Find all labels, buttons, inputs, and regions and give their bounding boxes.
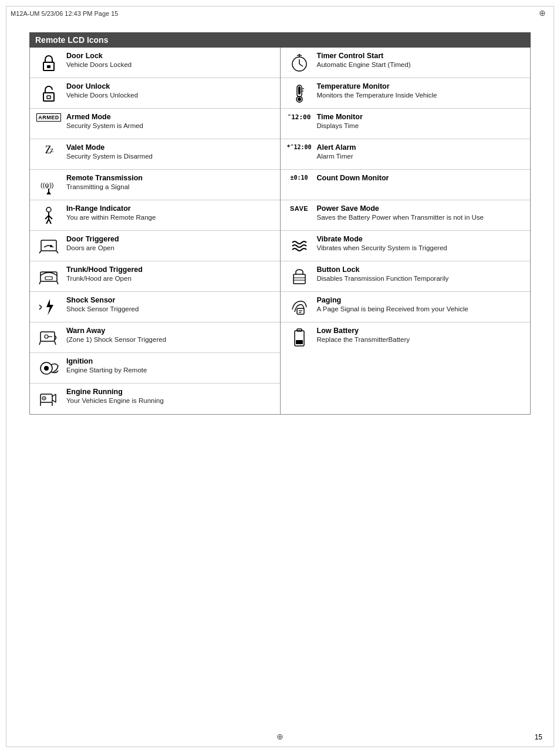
countdown-title: Count Down Monitor [317,173,526,183]
armed-mode-desc: Security System is Armed [66,122,275,130]
svg-line-18 [39,281,41,284]
timer-control-text: Timer Control Start Automatic Engine Sta… [315,51,526,69]
svg-point-16 [50,245,52,247]
svg-rect-20 [45,277,52,280]
alert-alarm-text: Alert Alarm Alarm Timer [315,143,526,161]
list-item: Trunk/Hood Triggered Trunk/Hood are Open [30,261,280,292]
svg-line-25 [55,341,56,345]
page-number: 15 [535,733,542,741]
list-item: Temperature Monitor Monitors the Tempera… [281,78,531,109]
header-text: M12A-UM 5/23/06 12:43 PM Page 15 [11,10,118,17]
trunk-triggered-desc: Trunk/Hood are Open [66,274,275,283]
svg-rect-46 [294,274,305,284]
engine-running-desc: Your Vehicles Engine is Running [66,396,275,405]
svg-marker-6 [46,191,51,194]
trunk-triggered-icon [33,265,64,287]
svg-line-32 [52,400,56,402]
paging-text: Paging A Page Signal is being Received f… [315,295,526,314]
remote-transmission-icon: ((ψ)) [33,173,64,196]
door-lock-desc: Vehicle Doors Locked [66,60,275,69]
svg-point-29 [44,366,49,371]
door-triggered-icon [33,234,64,257]
shock-sensor-title: Shock Sensor [66,295,275,305]
temperature-monitor-text: Temperature Monitor Monitors the Tempera… [315,82,526,100]
svg-rect-3 [47,96,50,99]
header-left: M12A-UM 5/23/06 12:43 PM Page 15 [11,10,118,17]
valet-mode-desc: Security System is Disarmed [66,152,275,161]
engine-running-icon [33,387,64,409]
svg-point-43 [298,98,301,101]
remote-transmission-title: Remote Transmission [66,173,275,183]
button-lock-icon [284,265,315,287]
list-item: Low Battery Replace the TransmitterBatte… [281,322,531,353]
remote-transmission-text: Remote Transmission Transmitting a Signa… [64,173,275,191]
svg-line-22 [39,307,42,310]
ignition-icon [33,357,64,379]
low-battery-title: Low Battery [317,326,526,335]
list-item: Ignition Engine Starting by Remote [30,353,280,384]
list-item: Timer Control Start Automatic Engine Sta… [281,48,531,78]
engine-running-text: Engine Running Your Vehicles Engine is R… [64,387,275,405]
ignition-title: Ignition [66,357,275,366]
header-bar: M12A-UM 5/23/06 12:43 PM Page 15 [11,8,549,19]
list-item: ±0:10 Count Down Monitor [281,170,531,200]
power-save-desc: Saves the Battery Power when Transmitter… [317,213,526,222]
power-save-text: Power Save Mode Saves the Battery Power … [315,204,526,222]
armed-label: ARMED [36,113,61,122]
alert-alarm-display: *″12:00 [286,144,311,150]
door-triggered-text: Door Triggered Doors are Open [64,234,275,253]
countdown-icon: ±0:10 [284,173,315,181]
svg-line-12 [49,219,51,224]
remote-transmission-desc: Transmitting a Signal [66,183,275,191]
list-item: Vibrate Mode Vibrates when Security Syst… [281,231,531,261]
svg-rect-1 [47,65,50,68]
svg-point-7 [46,207,51,212]
main-content: Remote LCD Icons Door Lock Vehicle Doors… [29,32,531,415]
in-range-title: In-Range Indicator [66,204,275,213]
valet-mode-title: Valet Mode [66,143,275,152]
ignition-text: Ignition Engine Starting by Remote [64,357,275,375]
list-item: Paging A Page Signal is being Received f… [281,292,531,322]
svg-rect-49 [297,308,304,314]
power-save-icon: SAVE [284,204,315,212]
alert-alarm-desc: Alarm Timer [317,152,526,161]
svg-rect-2 [43,93,54,101]
countdown-text: Count Down Monitor [315,173,526,183]
shock-sensor-text: Shock Sensor Shock Sensor Triggered [64,295,275,314]
left-column: Door Lock Vehicle Doors Locked Door Unlo… [30,48,281,414]
list-item: Zz Valet Mode Security System is Disarme… [30,139,280,170]
section-title: Remote LCD Icons [29,32,531,48]
door-unlock-desc: Vehicle Doors Unlocked [66,91,275,100]
svg-text:((ψ)): ((ψ)) [41,181,54,189]
armed-mode-text: Armed Mode Security System is Armed [64,112,275,130]
door-unlock-icon [33,82,64,104]
svg-line-14 [39,251,41,253]
timer-control-title: Timer Control Start [317,51,526,60]
list-item: ARMED Armed Mode Security System is Arme… [30,109,280,139]
svg-rect-41 [298,86,301,95]
valet-mode-text: Valet Mode Security System is Disarmed [64,143,275,161]
countdown-display: ±0:10 [290,174,308,181]
power-save-title: Power Save Mode [317,204,526,213]
alert-alarm-icon: *″12:00 [284,143,315,150]
warn-away-title: Warn Away [66,326,275,335]
armed-mode-title: Armed Mode [66,112,275,122]
in-range-desc: You are within Remote Range [66,213,275,222]
timer-control-desc: Automatic Engine Start (Timed) [317,60,526,69]
list-item: Warn Away (Zone 1) Shock Sensor Triggere… [30,322,280,353]
list-item: Shock Sensor Shock Sensor Triggered [30,292,280,322]
list-item: Door Unlock Vehicle Doors Unlocked [30,78,280,109]
icons-table: Door Lock Vehicle Doors Locked Door Unlo… [29,48,531,415]
svg-point-35 [43,398,45,399]
svg-line-24 [39,341,41,345]
engine-running-title: Engine Running [66,387,275,396]
list-item: Engine Running Your Vehicles Engine is R… [30,384,280,414]
paging-title: Paging [317,295,526,305]
list-item: Button Lock Disables Transmission Functi… [281,261,531,292]
svg-point-26 [45,335,48,338]
door-triggered-title: Door Triggered [66,234,275,244]
time-monitor-text: Time Monitor Displays Time [315,112,526,130]
time-monitor-icon: ″12:00 [284,112,315,121]
valet-mode-icon: Zz [33,143,64,156]
time-monitor-title: Time Monitor [317,112,526,122]
